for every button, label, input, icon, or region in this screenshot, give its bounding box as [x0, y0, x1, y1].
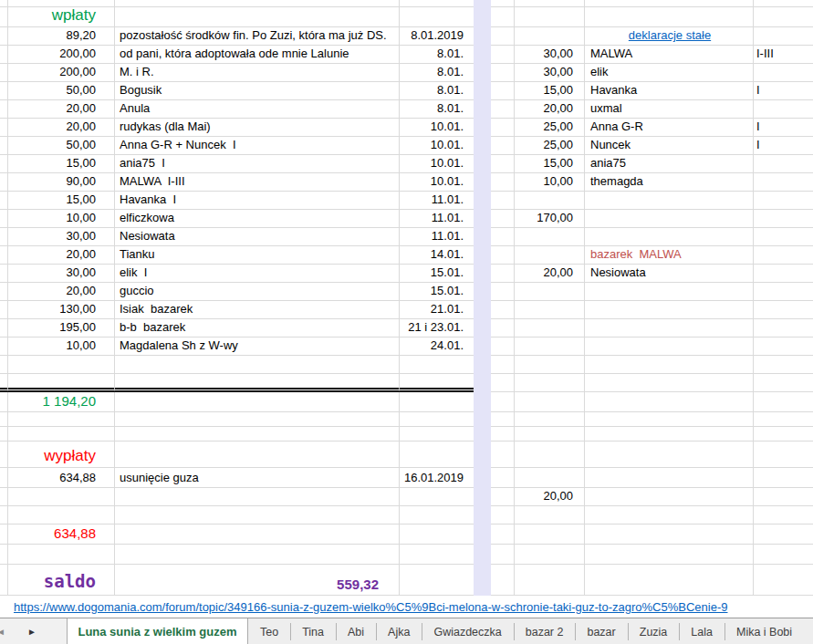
cell	[515, 412, 585, 427]
active-sheet-tab[interactable]: Luna sunia z wielkim guzem	[67, 618, 248, 644]
cell: 130,00	[8, 301, 115, 319]
cell: 90,00	[8, 173, 115, 192]
scroll-tabs-left-icon[interactable]: ◄	[0, 627, 5, 637]
cell	[492, 338, 515, 356]
sheet-tab[interactable]: bazar	[575, 618, 627, 644]
cell	[400, 545, 475, 565]
cell	[0, 192, 8, 210]
sheet-tab[interactable]: bazar 2	[514, 618, 576, 644]
sheet-tab[interactable]: Ajka	[376, 618, 422, 644]
cell	[515, 319, 585, 338]
sheet-row: 30,00Nesiowata11.01.	[0, 228, 813, 246]
cell	[400, 0, 475, 7]
cell	[585, 506, 754, 525]
cell: 50,00	[8, 82, 115, 100]
cell: wypłaty	[8, 441, 115, 468]
cell	[754, 392, 813, 412]
cell	[8, 412, 115, 427]
cell	[585, 468, 754, 488]
cell	[754, 27, 813, 46]
cell: Anula	[115, 100, 400, 119]
sheet-tab[interactable]: Tina	[290, 618, 336, 644]
cell	[115, 374, 400, 392]
cell	[754, 427, 813, 441]
cell: Anna G-R	[585, 119, 754, 137]
sheet-tab[interactable]: Teo	[248, 618, 290, 644]
cell	[515, 301, 585, 319]
cell	[0, 228, 8, 246]
deklaracje-link[interactable]: deklaracje stałe	[585, 27, 754, 46]
spreadsheet-window: wpłaty89,20pozostałość środków fin. Po Z…	[0, 0, 813, 644]
cell: 15.01.	[400, 283, 475, 301]
cell	[115, 545, 400, 565]
cell	[585, 565, 754, 596]
sheet-row: 10,00elficzkowa11.01.170,00	[0, 210, 813, 228]
sheet-tab[interactable]: Mika i Bobi	[724, 618, 804, 644]
cell	[0, 173, 8, 192]
cell: 14.01.	[400, 246, 475, 265]
cell	[515, 374, 585, 392]
cell	[492, 155, 515, 173]
cell	[400, 525, 475, 545]
cell	[585, 338, 754, 356]
cell	[515, 506, 585, 525]
cell	[754, 319, 813, 338]
cell	[8, 545, 115, 565]
cell	[400, 427, 475, 441]
cell	[115, 488, 400, 506]
sheet-row: 200,00M. i R.8.01.30,00elik	[0, 64, 813, 82]
cell: I	[754, 82, 813, 100]
cell: wpłaty	[8, 7, 115, 27]
cell	[515, 0, 585, 7]
cell: 89,20	[8, 27, 115, 46]
cell	[492, 301, 515, 319]
cell	[754, 441, 813, 468]
cell	[0, 7, 8, 27]
cell	[400, 412, 475, 427]
sheet-row	[0, 427, 813, 441]
sheet-row: 20,00guccio15.01.	[0, 283, 813, 301]
forum-topic-link[interactable]: https://www.dogomania.com/forum/topic/34…	[0, 600, 728, 614]
cell	[492, 46, 515, 64]
cell: ania75	[585, 155, 754, 173]
cell: elficzkowa	[115, 210, 400, 228]
cell	[754, 7, 813, 27]
sheet-tab[interactable]: Zuzia	[628, 618, 680, 644]
cell: I	[754, 119, 813, 137]
cell: 20,00	[8, 100, 115, 119]
sheet-tab[interactable]: Abi	[336, 618, 376, 644]
cell: Havanka I	[115, 192, 400, 210]
cell	[8, 0, 115, 7]
cell: 20,00	[515, 488, 585, 506]
cell	[585, 412, 754, 427]
cell	[0, 356, 8, 374]
cell: Magdalena Sh z W-wy	[115, 338, 400, 356]
cell	[0, 427, 8, 441]
cell: Anna G-R + Nuncek I	[115, 137, 400, 155]
sheet-tab[interactable]: Gwiazdeczka	[422, 618, 513, 644]
selected-column-highlight[interactable]	[474, 0, 491, 618]
cell: 634,88	[8, 468, 115, 488]
sheet-tab[interactable]: Lala	[679, 618, 724, 644]
cell	[515, 545, 585, 565]
sheet-row: 634,88	[0, 525, 813, 545]
cell	[492, 119, 515, 137]
cell	[585, 228, 754, 246]
cell: 1 194,20	[8, 392, 115, 412]
sheet-row: wypłaty	[0, 441, 813, 468]
cell: Nuncek	[585, 137, 754, 155]
cell: 15,00	[515, 82, 585, 100]
sheet-row: 15,00Havanka I11.01.	[0, 192, 813, 210]
cell: elik	[585, 64, 754, 82]
scroll-tabs-right-icon[interactable]: ►	[27, 627, 36, 637]
cell	[0, 565, 8, 596]
cell: 10,00	[8, 210, 115, 228]
cell: 20,00	[515, 100, 585, 119]
cell: 10.01.	[400, 119, 475, 137]
sheet-row: wpłaty	[0, 7, 813, 27]
sheet-row	[0, 412, 813, 427]
sheet-tab-strip: ◄ ► Luna sunia z wielkim guzem TeoTinaAb…	[0, 618, 813, 644]
cell	[515, 228, 585, 246]
cell	[585, 488, 754, 506]
cell: rudykas (dla Mai)	[115, 119, 400, 137]
